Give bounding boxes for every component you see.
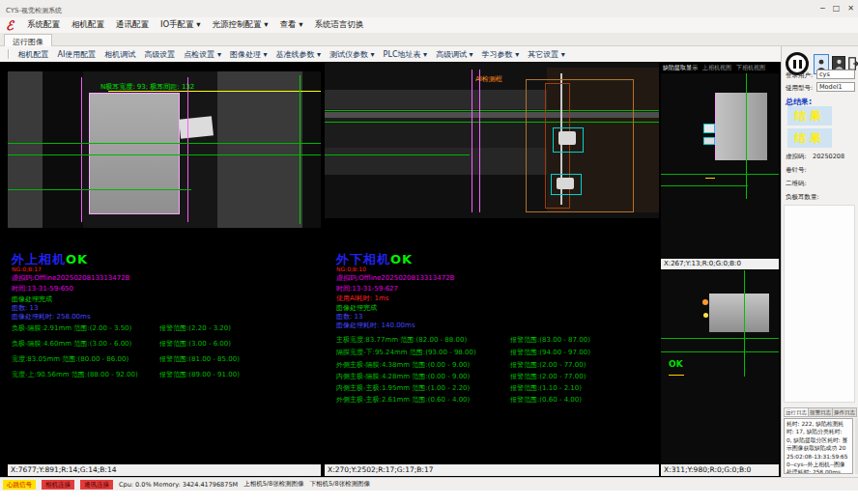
left-barcode: 虚拟码:Offline2025020813313472B <box>12 273 129 283</box>
guide-line-magenta-right <box>187 77 188 222</box>
main-area: N极耳宽度: 93; 极耳间距: 132 外上相机OK NG:0;B:17 虚拟… <box>0 62 781 477</box>
defect-display-label: 缺陷提取显示 <box>663 64 698 72</box>
menu-light-config[interactable]: 光源控制配置 ▾ <box>207 19 274 31</box>
alarm-range: 报警范围:(89.00 - 91.00) <box>159 370 240 379</box>
tool-advanced-settings[interactable]: 高级设置 <box>140 49 180 60</box>
cpu-memory-status: Cpu: 0.0% Memory: 3424.41796875M <box>119 481 238 489</box>
user-dark-icon <box>835 59 844 70</box>
tool-spot-check[interactable]: 点检设置 ▾ <box>180 49 226 60</box>
tool-camera-debug[interactable]: 相机调试 <box>100 49 140 60</box>
tool-tester-params[interactable]: 测试仪参数 ▾ <box>326 49 380 60</box>
result-box-upper: 结果 <box>787 106 832 126</box>
small-camera-view-top[interactable] <box>661 73 779 259</box>
measure-value: 内侧主极-隔膜:4.28mm 范围:(0.00 - 9.00) <box>336 372 470 381</box>
alarm-range: 报警范围:(3.00 - 6.00) <box>159 339 231 349</box>
measure-value: 内侧主极-主极:1.95mm 范围:(1.00 - 2.20) <box>336 383 470 393</box>
small-view-bottom-coord-bar: X:311;Y:980;R:0;G:0;B:0 <box>661 464 779 476</box>
middle-camera-view[interactable]: AI检测框 <box>325 62 659 218</box>
left-status-ok: OK <box>66 252 88 266</box>
guide-line-green-h2 <box>661 351 779 352</box>
guide-line-green-v <box>746 73 747 199</box>
tool-plc-address[interactable]: PLC地址表 ▾ <box>379 49 431 60</box>
tab-lower-view[interactable]: 下相机视图 <box>736 64 765 72</box>
close-icon[interactable]: ✕ <box>847 4 854 13</box>
mid-measure-row: 外侧主极-隔膜:4.38mm 范围:(0.00 - 9.00) 报警范围:(2.… <box>336 360 655 370</box>
qr-code-label: 二维码: <box>786 180 807 188</box>
tool-advanced-debug[interactable]: 高级调试 ▾ <box>432 49 478 60</box>
log-tab-operation[interactable]: 操作日志 <box>832 407 857 417</box>
model-label: 使用型号: <box>786 84 813 93</box>
left-camera-view[interactable]: N极耳宽度: 93; 极耳间距: 132 <box>8 71 321 228</box>
measure-value: 负极-隔膜:4.60mm 范围:(3.00 - 6.00) <box>12 339 131 349</box>
user-icon <box>816 59 826 70</box>
small-camera-view-bottom[interactable]: OK <box>661 270 779 464</box>
tool-baseline-params[interactable]: 基准线参数 ▾ <box>272 49 326 60</box>
guide-line-green-h2 <box>661 185 748 186</box>
guide-line-green-h1 <box>661 174 779 175</box>
measure-value: 负极-隔膜:2.91mm 范围:(2.00 - 3.50) <box>12 323 131 333</box>
measure-value: 隔膜宽度-下:95.24mm 范围:(93.00 - 98.00) <box>336 348 476 357</box>
log-text-area: 耗时: 222, 缺陷检测耗时: 17, 缺陷分类耗时: 0, 缺陷提取分区耗时… <box>784 418 853 474</box>
comm-connect-badge: 通讯连接 <box>80 480 113 490</box>
mid-measure-row: 外侧主极-主极:2.61mm 范围:(0.60 - 4.00) 报警范围:(0.… <box>336 395 655 405</box>
pin-number-label: 卷针号: <box>786 166 807 175</box>
tab-run-image[interactable]: 运行图像 <box>4 34 52 46</box>
window-controls: ─ □ ✕ <box>820 4 854 13</box>
alarm-range: 报警范围:(2.00 - 77.00) <box>510 372 586 381</box>
menu-comm-config[interactable]: 通讯配置 <box>110 19 155 31</box>
toolbar: 相机配置 AI使用配置 相机调试 高级设置 点检设置 ▾ 图像处理 ▾ 基准线参… <box>0 46 781 62</box>
left-elapsed: 图像处理耗时: 258.00ms <box>12 312 91 322</box>
mid-status-ok: OK <box>390 252 413 266</box>
defect-blob-2 <box>557 178 574 189</box>
title-bar: CYS-视觉检测系统 ─ □ ✕ <box>0 0 858 17</box>
log-tab-run[interactable]: 运行日志 <box>784 407 809 417</box>
menu-system-config[interactable]: 系统配置 <box>21 19 66 31</box>
left-measure-row: 宽度:83.05mm 范围:(80.00 - 86.00) 报警范围:(81.0… <box>12 354 330 364</box>
measure-value: 宽度:83.05mm 范围:(80.00 - 86.00) <box>12 354 129 364</box>
model-value[interactable]: Model1 <box>816 82 855 92</box>
small-views-header: 缺陷提取显示 上相机视图 下相机视图 <box>661 62 779 73</box>
left-measure-row: 负极-隔膜:2.91mm 范围:(2.00 - 3.50) 报警范围:(2.20… <box>12 323 330 333</box>
menu-camera-config[interactable]: 相机配置 <box>66 19 110 31</box>
log-tab-alarm[interactable]: 报警日志 <box>808 407 833 417</box>
menu-io-config[interactable]: IO手配置 ▾ <box>155 19 207 31</box>
tool-learning-params[interactable]: 学习参数 ▾ <box>477 49 524 60</box>
minimize-icon[interactable]: ─ <box>820 4 825 13</box>
mid-measure-row: 内侧主极-隔膜:4.28mm 范围:(0.00 - 9.00) 报警范围:(2.… <box>336 372 655 381</box>
camera-connect-badge: 相机连接 <box>42 480 74 490</box>
middle-coord-bar: X:270;Y:2502;R:17;G:17;B:17 <box>325 464 659 476</box>
login-user-value[interactable]: cys <box>816 70 855 79</box>
exit-door-icon <box>848 57 858 70</box>
maximize-icon[interactable]: □ <box>833 4 841 13</box>
app-window: CYS-视觉检测系统 ─ □ ✕ ℰ 系统配置 相机配置 通讯配置 IO手配置 … <box>0 0 858 504</box>
guide-line-magenta-1 <box>472 70 472 212</box>
alarm-range: 报警范围:(94.00 - 97.00) <box>510 348 590 357</box>
result-box-lower: 结果 <box>787 128 832 148</box>
left-time: 时间:13-31-59-650 <box>12 284 73 294</box>
tool-other-settings[interactable]: 其它设置 ▾ <box>524 49 570 60</box>
battery-cell-region <box>89 93 180 214</box>
mid-ai-elapsed: 使用AI耗时: 1ms <box>336 294 388 303</box>
tool-ai-config[interactable]: AI使用配置 <box>53 49 100 60</box>
tab-strip: 运行图像 <box>0 33 858 46</box>
alarm-range: 报警范围:(2.20 - 3.20) <box>159 323 231 333</box>
menu-view[interactable]: 查看 ▾ <box>274 19 309 31</box>
measure-value: 外侧主极-主极:2.61mm 范围:(0.60 - 4.00) <box>336 395 470 405</box>
sidebar-blank-panel <box>784 205 855 403</box>
left-camera-name: 外上相机 <box>12 252 66 266</box>
tool-camera-config[interactable]: 相机配置 <box>14 49 53 60</box>
status-bar: 心跳信号 相机连接 通讯连接 Cpu: 0.0% Memory: 3424.41… <box>0 477 858 490</box>
glow-tab-1 <box>703 124 715 133</box>
glow-tab-2 <box>703 137 715 145</box>
bright-band <box>709 294 769 332</box>
heartbeat-badge: 心跳信号 <box>3 480 36 490</box>
neg-tab-count-label: 负极耳数量: <box>786 193 819 202</box>
left-coord-bar: X:7677;Y:891;R:14;G:14;B:14 <box>8 464 321 476</box>
menu-language-switch[interactable]: 系统语言切换 <box>308 19 369 31</box>
mid-barcode: 虚拟码:Offline2025020813313472B <box>336 273 454 283</box>
measure-value: 宽度-上:90.56mm 范围:(88.00 - 92.00) <box>12 370 138 379</box>
tool-image-processing[interactable]: 图像处理 ▾ <box>225 49 272 60</box>
alarm-range: 报警范围:(1.10 - 2.10) <box>510 383 582 393</box>
tab-upper-view[interactable]: 上相机视图 <box>702 64 731 72</box>
mid-time: 时间:13-31-59-627 <box>336 284 398 294</box>
